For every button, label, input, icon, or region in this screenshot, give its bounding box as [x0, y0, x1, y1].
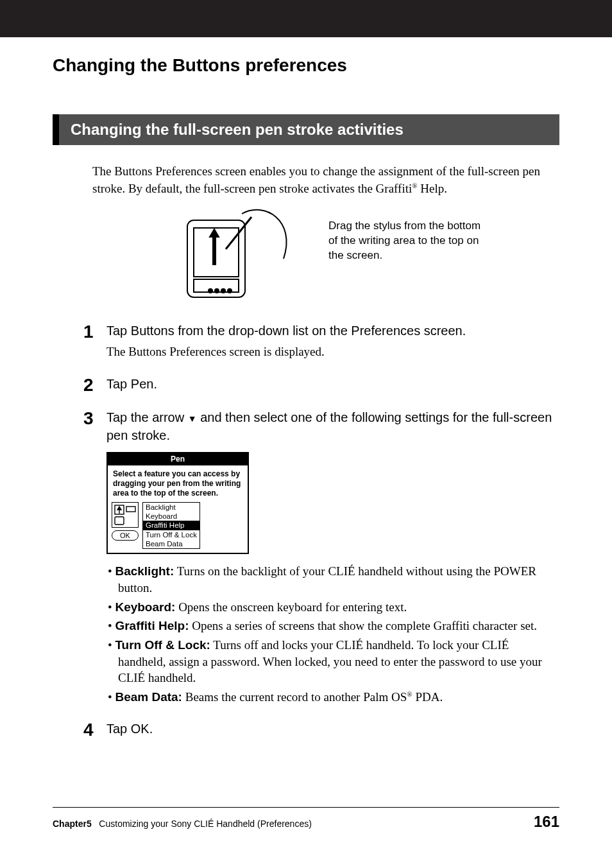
- svg-point-4: [215, 289, 219, 293]
- subsection-title: Changing the full-screen pen stroke acti…: [53, 114, 559, 145]
- bullet-text: Opens a series of screens that show the …: [189, 619, 537, 632]
- bullet-label: Beam Data:: [115, 690, 182, 704]
- bullet-graffiti-help: Graffiti Help: Opens a series of screens…: [106, 618, 559, 634]
- bullet-backlight: Backlight: Turns on the backlight of you…: [106, 563, 559, 596]
- option-turn-off-lock: Turn Off & Lock: [143, 530, 200, 539]
- bullet-label: Backlight:: [115, 564, 174, 578]
- bullet-text: Turns on the backlight of your CLIÉ hand…: [118, 564, 536, 595]
- ok-button: OK: [112, 530, 139, 541]
- screenshot-titlebar: Pen: [108, 453, 248, 465]
- svg-rect-8: [115, 517, 124, 525]
- bullet-beam-data: Beam Data: Beams the current record to a…: [106, 689, 559, 706]
- page-content: Changing the Buttons preferences Changin…: [0, 37, 612, 742]
- bullet-label: Keyboard:: [115, 600, 175, 614]
- chapter-subtitle: Customizing your Sony CLIÉ Handheld (Pre…: [99, 819, 312, 829]
- chapter-label: Chapter5: [53, 819, 92, 829]
- step-1: 1 Tap Buttons from the drop-down list on…: [83, 322, 559, 363]
- page-number: 161: [534, 813, 559, 831]
- step-4: 4 Tap OK.: [83, 720, 559, 742]
- intro-text-2: Help.: [418, 182, 447, 195]
- bullet-turn-off-lock: Turn Off & Lock: Turns off and locks you…: [106, 637, 559, 686]
- intro-text-1: The Buttons Preferences screen enables y…: [92, 164, 540, 195]
- bullet-label: Turn Off & Lock:: [115, 638, 210, 652]
- svg-point-6: [228, 289, 232, 293]
- screenshot-instruction: Select a feature you can access by dragg…: [108, 465, 248, 501]
- step-heading: Tap Pen.: [106, 375, 559, 393]
- step-2: 2 Tap Pen.: [83, 375, 559, 397]
- option-backlight: Backlight: [143, 503, 200, 512]
- step-heading: Tap OK.: [106, 720, 559, 738]
- step-heading: Tap Buttons from the drop-down list on t…: [106, 322, 559, 340]
- options-descriptions: Backlight: Turns on the backlight of you…: [106, 563, 559, 705]
- bullet-keyboard: Keyboard: Opens the onscreen keyboard fo…: [106, 599, 559, 616]
- step-number: 1: [83, 322, 106, 363]
- steps-list: 1 Tap Buttons from the drop-down list on…: [53, 322, 559, 741]
- down-arrow-icon: ▼: [188, 413, 197, 424]
- intro-paragraph: The Buttons Preferences screen enables y…: [53, 163, 559, 197]
- step-3: 3 Tap the arrow ▼ and then select one of…: [83, 408, 559, 708]
- section-title: Changing the Buttons preferences: [53, 55, 559, 76]
- page-footer: Chapter5 Customizing your Sony CLIÉ Hand…: [53, 807, 559, 831]
- bullet-text: Opens the onscreen keyboard for entering…: [175, 600, 407, 614]
- step-subtext: The Buttons Preferences screen is displa…: [106, 343, 559, 361]
- header-band: [0, 0, 612, 37]
- step-number: 4: [83, 720, 106, 742]
- stylus-drag-illustration: [168, 201, 309, 306]
- registered-mark: ®: [412, 181, 417, 189]
- stroke-icon: [112, 502, 139, 528]
- step3-text-a: Tap the arrow: [106, 410, 188, 424]
- footer-left: Chapter5 Customizing your Sony CLIÉ Hand…: [53, 819, 312, 829]
- step-number: 2: [83, 375, 106, 397]
- svg-point-5: [221, 289, 225, 293]
- svg-rect-9: [126, 507, 135, 512]
- option-keyboard: Keyboard: [143, 512, 200, 521]
- bullet-label: Graffiti Help:: [115, 619, 189, 632]
- figure-caption: Drag the stylus from the bottom of the w…: [328, 219, 482, 263]
- option-graffiti-help: Graffiti Help: [143, 521, 200, 530]
- registered-mark: ®: [407, 690, 412, 698]
- pen-preferences-screenshot: Pen Select a feature you can access by d…: [106, 452, 249, 555]
- figure-row: Drag the stylus from the bottom of the w…: [53, 201, 559, 306]
- bullet-text-a: Beams the current record to another Palm…: [182, 690, 407, 704]
- step-heading: Tap the arrow ▼ and then select one of t…: [106, 408, 559, 444]
- options-dropdown: Backlight Keyboard Graffiti Help Turn Of…: [142, 502, 200, 550]
- step-number: 3: [83, 408, 106, 708]
- svg-point-3: [208, 289, 212, 293]
- bullet-text-b: PDA.: [412, 690, 443, 704]
- option-beam-data: Beam Data: [143, 539, 200, 548]
